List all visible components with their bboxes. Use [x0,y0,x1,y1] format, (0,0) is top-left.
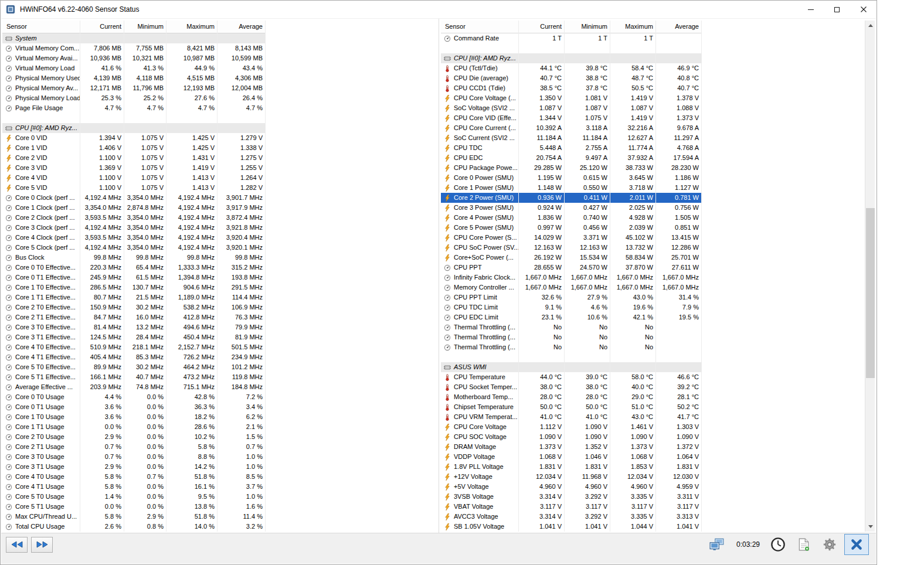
sensor-row[interactable]: SoC Current (SVI2 ...11.184 A11.184 A12.… [441,133,702,143]
sensor-row[interactable]: Core 2 Clock (perf ...3,593.5 MHz3,354.0… [2,213,266,223]
sensor-row[interactable]: +5V Voltage4.960 V4.960 V4.960 V4.959 V [441,482,702,492]
sensor-row[interactable]: Core 0 T0 Effective...220.3 MHz65.4 MHz1… [2,263,266,273]
sensor-row[interactable]: Core 1 T0 Effective...286.5 MHz130.7 MHz… [2,282,266,292]
sensor-row[interactable]: CPU Core Voltage (...1.350 V1.081 V1.419… [441,93,702,103]
sensor-row[interactable]: CPU (Tctl/Tdie)44.1 °C39.8 °C58.4 °C46.9… [441,63,702,73]
sensor-row[interactable]: Core 5 T0 Effective...89.9 MHz30.2 MHz46… [2,362,266,372]
sensor-row[interactable]: CPU PPT Limit32.6 %27.9 %43.0 %31.4 % [441,292,702,302]
sensor-row[interactable]: VDDP Voltage1.068 V1.046 V1.068 V1.064 V [441,452,702,462]
logging-report-button[interactable] [793,535,815,554]
sensor-row[interactable]: Core 1 Clock (perf ...3,354.0 MHz2,874.8… [2,203,266,213]
sensor-row[interactable]: CPU Package Powe...29.285 W25.120 W38.73… [441,163,702,173]
sensor-row[interactable]: CPU VRM Temperat...41.0 °C41.0 °C43.0 °C… [441,412,702,422]
column-header-sensor[interactable]: Sensor [441,21,519,33]
section-header-row[interactable]: CPU [#0]: AMD Ryz... [2,123,266,133]
sensor-row[interactable]: Virtual Memory Com...7,806 MB7,755 MB8,4… [2,43,266,53]
sensor-row[interactable]: Average Effective ...203.9 MHz74.8 MHz71… [2,382,266,392]
column-header-current[interactable]: Current [80,21,124,33]
sensor-row[interactable]: Core 5 Power (SMU)0.997 W0.456 W2.039 W0… [441,223,702,233]
sensor-row[interactable]: Chipset Temperature50.0 °C50.0 °C51.0 °C… [441,402,702,412]
sensor-row[interactable]: CPU Core Power (S...14.029 W3.371 W45.10… [441,233,702,243]
sensor-row[interactable]: Core 3 T0 Usage0.7 %0.0 %8.8 %1.0 % [2,452,266,462]
sensor-row[interactable]: Core 0 Power (SMU)1.195 W0.615 W3.645 W1… [441,173,702,183]
sensor-row[interactable]: Core 0 T1 Effective...245.9 MHz61.5 MHz1… [2,273,266,282]
sensor-row[interactable]: Core 2 VID1.100 V1.075 V1.431 V1.275 V [2,153,266,163]
sensor-row[interactable]: 1.8V PLL Voltage1.831 V1.831 V1.853 V1.8… [441,462,702,472]
column-header-sensor[interactable]: Sensor [2,21,80,33]
close-button[interactable] [850,1,877,18]
sensor-row[interactable]: Core 1 T1 Usage0.0 %0.0 %28.6 %2.1 % [2,422,266,432]
sensor-row[interactable]: Core 3 T1 Effective...124.5 MHz28.4 MHz4… [2,332,266,342]
sensor-row[interactable]: CPU Temperature44.0 °C39.0 °C58.0 °C46.6… [441,372,702,382]
sensor-row[interactable]: Core 4 T0 Usage5.8 %0.7 %51.8 %8.5 % [2,472,266,482]
sensor-row[interactable]: CPU PPT28.655 W24.570 W37.870 W27.611 W [441,263,702,273]
close-sensors-button[interactable] [844,534,869,555]
sensor-row[interactable]: CPU SOC Voltage1.090 V1.090 V1.090 V1.09… [441,432,702,442]
sensor-row[interactable]: Core 5 T1 Usage0.0 %0.0 %13.8 %1.6 % [2,502,266,512]
sensor-row[interactable]: Core 1 T0 Usage3.6 %0.0 %18.2 %6.2 % [2,412,266,422]
section-header-row[interactable]: CPU [#0]: AMD Ryz... [441,53,702,63]
sensor-row[interactable]: Core 2 T1 Usage0.7 %0.0 %5.8 %0.7 % [2,442,266,452]
sensor-row[interactable]: Core 4 T1 Usage5.8 %0.0 %16.1 %3.7 % [2,482,266,492]
sensor-row[interactable]: Physical Memory Av...12,171 MB11,796 MB1… [2,83,266,93]
sensor-row[interactable]: Core+SoC Power (...26.192 W15.534 W58.83… [441,253,702,263]
sensor-row[interactable]: Core 2 T0 Effective...150.9 MHz30.2 MHz5… [2,302,266,312]
sensor-row[interactable]: Core 5 VID1.100 V1.075 V1.413 V1.282 V [2,183,266,193]
sensor-row[interactable]: Core 2 T0 Usage2.9 %0.0 %10.2 %1.5 % [2,432,266,442]
sensor-row[interactable]: CPU SoC Power (SV...12.163 W12.163 W13.7… [441,243,702,253]
sensor-row[interactable]: Core 0 T1 Usage3.6 %0.0 %36.3 %3.4 % [2,402,266,412]
sensor-row[interactable]: Core 4 T1 Effective...405.4 MHz85.3 MHz7… [2,352,266,362]
sensor-row[interactable]: Thermal Throttling (...NoNoNo [441,342,702,352]
sensor-row[interactable]: CPU TDC5.448 A2.755 A11.774 A4.768 A [441,143,702,153]
sensor-row[interactable]: Total CPU Usage2.6 %0.8 %14.0 %3.2 % [2,522,266,532]
sensor-row[interactable]: CPU EDC20.754 A9.497 A37.932 A17.594 A [441,153,702,163]
sensor-row[interactable]: Core 2 T1 Effective...84.7 MHz16.0 MHz41… [2,312,266,322]
sensor-row[interactable]: CPU Die (average)40.7 °C38.8 °C48.7 °C40… [441,73,702,83]
section-header-row[interactable]: System [2,33,266,43]
maximize-button[interactable] [824,1,850,18]
sensor-row[interactable]: Page File Usage4.7 %4.7 %4.7 %4.7 % [2,103,266,113]
sensor-row[interactable]: Core 5 Clock (perf ...4,192.4 MHz3,354.0… [2,243,266,253]
sensor-row[interactable]: CPU Core VID (Effe...1.344 V1.075 V1.419… [441,113,702,123]
section-header-row[interactable]: ASUS WMI [441,362,702,372]
column-header-maximum[interactable]: Maximum [167,21,218,33]
shift-columns-right-button[interactable] [31,537,53,553]
settings-button[interactable] [818,535,841,554]
sensor-row[interactable]: Thermal Throttling (...NoNoNo [441,322,702,332]
scroll-down-button[interactable] [865,522,875,532]
sensor-row[interactable]: Physical Memory Load25.3 %25.2 %27.6 %26… [2,93,266,103]
sensor-row[interactable]: Physical Memory Used4,139 MB4,118 MB4,51… [2,73,266,83]
clock-reset-button[interactable] [767,535,789,554]
sensor-row[interactable]: +12V Voltage12.034 V11.968 V12.034 V12.0… [441,472,702,482]
sensor-row[interactable]: Virtual Memory Load41.6 %41.3 %44.9 %43.… [2,63,266,73]
sensor-row[interactable]: CPU EDC Limit23.1 %10.6 %42.1 %19.5 % [441,312,702,322]
sensor-row[interactable]: CPU Core Current (...10.392 A3.118 A32.2… [441,123,702,133]
scroll-up-button[interactable] [865,21,875,30]
sensor-row[interactable]: Core 3 T1 Usage2.9 %0.0 %14.2 %1.0 % [2,462,266,472]
column-header-current[interactable]: Current [519,21,565,33]
sensor-row[interactable]: SB 1.05V Voltage1.041 V1.041 V1.044 V1.0… [441,522,702,532]
sensor-row[interactable]: Core 5 T1 Effective...166.1 MHz40.7 MHz4… [2,372,266,382]
column-header-minimum[interactable]: Minimum [565,21,610,33]
scrollbar-thumb[interactable] [866,208,875,378]
sensor-row[interactable]: Core 4 Clock (perf ...3,593.5 MHz3,354.0… [2,233,266,243]
sensor-row[interactable]: Core 1 VID1.406 V1.075 V1.425 V1.338 V [2,143,266,153]
sensor-row[interactable]: Core 4 Power (SMU)1.836 W0.740 W4.928 W1… [441,213,702,223]
sensor-row[interactable]: CPU Socket Temper...38.0 °C38.0 °C40.0 °… [441,382,702,392]
sensor-row[interactable]: Bus Clock99.8 MHz99.8 MHz99.8 MHz99.8 MH… [2,253,266,263]
sensor-row[interactable]: Motherboard Temp...28.0 °C28.0 °C29.0 °C… [441,392,702,402]
sensor-row[interactable]: Command Rate1 T1 T1 T [441,33,702,43]
column-header-average[interactable]: Average [656,21,702,33]
sensor-row[interactable]: Core 0 Clock (perf ...4,192.4 MHz3,354.0… [2,193,266,203]
sensor-row[interactable]: Core 3 Clock (perf ...4,192.4 MHz3,354.0… [2,223,266,233]
sensor-row[interactable]: Core 1 Power (SMU)1.148 W0.550 W3.718 W1… [441,183,702,193]
sensor-row[interactable]: Core 5 T0 Usage1.4 %0.0 %9.5 %1.0 % [2,492,266,502]
sensor-row[interactable]: AVCC3 Voltage3.314 V3.292 V3.335 V3.313 … [441,512,702,522]
sensor-row[interactable]: Core 3 Power (SMU)0.924 W0.427 W2.025 W0… [441,203,702,213]
column-header-maximum[interactable]: Maximum [610,21,656,33]
sensor-row[interactable]: 3VSB Voltage3.314 V3.292 V3.335 V3.311 V [441,492,702,502]
column-header-minimum[interactable]: Minimum [124,21,167,33]
sensor-row[interactable]: Thermal Throttling (...NoNoNo [441,332,702,342]
sensor-row[interactable]: SoC Voltage (SVI2 ...1.087 V1.087 V1.087… [441,103,702,113]
sensor-row[interactable]: CPU CCD1 (Tdie)38.5 °C37.8 °C50.5 °C40.7… [441,83,702,93]
